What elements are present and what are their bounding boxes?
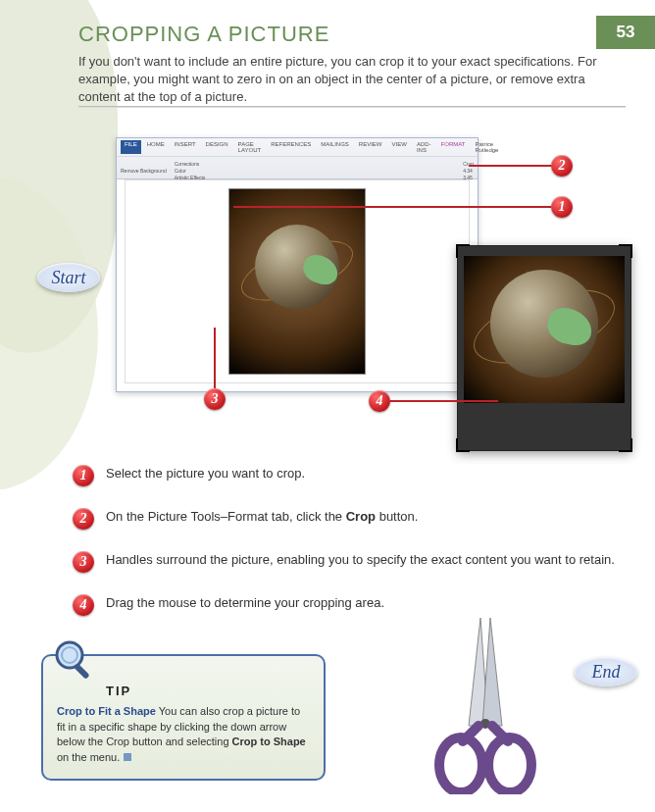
- ribbon: FILE HOME INSERT DESIGN PAGE LAYOUT REFE…: [117, 138, 478, 179]
- step-3-text: Handles surround the picture, enabling y…: [106, 551, 615, 569]
- magnifier-icon: [53, 638, 96, 682]
- step-3-number: 3: [73, 551, 94, 573]
- callout-2-marker: 2: [551, 155, 575, 178]
- word-canvas: [125, 179, 470, 383]
- end-label: End: [592, 662, 621, 683]
- selected-picture: [228, 188, 366, 375]
- ribbon-group-corrections: Corrections Color Artistic Effects: [175, 161, 206, 180]
- step-4-text: Drag the mouse to determine your croppin…: [106, 594, 384, 612]
- step-4-number: 4: [73, 594, 94, 616]
- callout-line-4: [380, 400, 498, 402]
- btn-removebg: Remove Background: [121, 168, 167, 174]
- callout-4-number: 4: [369, 390, 390, 412]
- step-1: 1 Select the picture you want to crop.: [73, 465, 626, 486]
- size-w: 4.34: [463, 168, 474, 174]
- callout-line-3: [214, 328, 216, 392]
- callout-3-marker: 3: [204, 388, 227, 412]
- callout-line-1: [233, 206, 557, 208]
- ribbon-group-size: Crop 4.34 3.45: [463, 161, 474, 180]
- crop-handle-tl: [456, 244, 470, 258]
- callout-line-2: [469, 165, 557, 167]
- step-2-text: On the Picture Tools–Format tab, click t…: [106, 508, 418, 526]
- scissors-icon: [400, 608, 557, 794]
- cropped-preview: [457, 245, 631, 451]
- callout-1-number: 1: [551, 196, 573, 218]
- intro-text: If you don't want to include an entire p…: [78, 53, 622, 107]
- header: CROPPING A PICTURE If you don't want to …: [0, 0, 655, 119]
- step-2-number: 2: [73, 508, 94, 530]
- callout-2-number: 2: [551, 155, 573, 177]
- step-1-text: Select the picture you want to crop.: [106, 465, 305, 482]
- start-badge: Start: [37, 263, 100, 292]
- crop-handle-bl: [456, 438, 470, 452]
- ribbon-user: Patrice Rutledge: [471, 140, 502, 154]
- step-1-number: 1: [73, 465, 94, 486]
- tip-body: Crop to Fit a Shape You can also crop a …: [57, 704, 310, 765]
- tip-label: TIP: [106, 684, 310, 698]
- tab-file: FILE: [121, 140, 141, 154]
- tab-pagelayout: PAGE LAYOUT: [234, 140, 266, 154]
- screenshot-area: FILE HOME INSERT DESIGN PAGE LAYOUT REFE…: [98, 137, 628, 471]
- tab-review: REVIEW: [355, 140, 386, 154]
- end-mark-icon: [124, 753, 131, 761]
- svg-point-0: [57, 642, 82, 668]
- tip-text-c: on the menu.: [57, 751, 120, 763]
- callout-4-marker: 4: [369, 390, 392, 414]
- tab-mailings: MAILINGS: [317, 140, 353, 154]
- word-window-screenshot: FILE HOME INSERT DESIGN PAGE LAYOUT REFE…: [116, 137, 479, 392]
- cropped-inner: [464, 256, 625, 403]
- crop-handle-tr: [619, 244, 632, 258]
- tab-design: DESIGN: [202, 140, 232, 154]
- ribbon-tabs: FILE HOME INSERT DESIGN PAGE LAYOUT REFE…: [117, 138, 478, 156]
- tab-view: VIEW: [388, 140, 411, 154]
- tip-box: TIP Crop to Fit a Shape You can also cro…: [41, 654, 326, 781]
- start-label: Start: [51, 268, 85, 288]
- tab-insert: INSERT: [171, 140, 200, 154]
- svg-rect-2: [74, 663, 90, 680]
- tip-text-b: Crop to Shape: [232, 736, 306, 747]
- tab-format: FORMAT: [437, 140, 470, 154]
- page-title: CROPPING A PICTURE: [78, 22, 622, 47]
- btn-color: Color: [175, 168, 206, 174]
- end-badge: End: [575, 657, 637, 686]
- step-3: 3 Handles surround the picture, enabling…: [73, 551, 626, 573]
- step-2: 2 On the Picture Tools–Format tab, click…: [73, 508, 626, 530]
- tab-addins: ADD-INS: [413, 140, 435, 154]
- ribbon-group-adjust: Remove Background: [121, 168, 167, 174]
- tip-lead: Crop to Fit a Shape: [57, 705, 156, 717]
- callout-3-number: 3: [204, 388, 226, 410]
- crop-handle-br: [619, 438, 632, 452]
- tab-references: REFERENCES: [267, 140, 315, 154]
- btn-corrections: Corrections: [175, 161, 206, 167]
- callout-1-marker: 1: [551, 196, 575, 220]
- tab-home: HOME: [143, 140, 169, 154]
